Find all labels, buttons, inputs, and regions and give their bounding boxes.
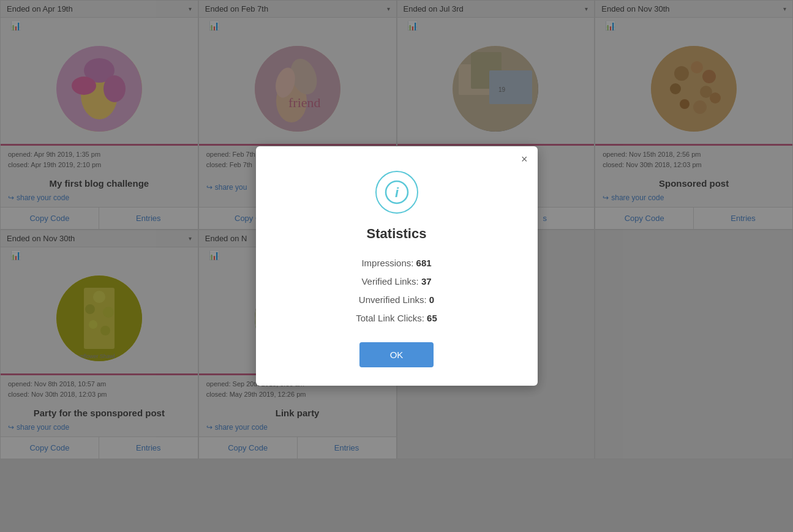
stat-verified-links: Verified Links: 37: [274, 272, 519, 291]
total-link-clicks-value: 65: [427, 313, 437, 323]
svg-text:i: i: [394, 185, 399, 200]
stat-total-link-clicks: Total Link Clicks: 65: [274, 309, 519, 328]
statistics-modal: × i Statistics Impressions: 681 Verified…: [256, 146, 538, 386]
modal-close-button[interactable]: ×: [521, 154, 528, 165]
stat-impressions: Impressions: 681: [274, 254, 519, 272]
impressions-value: 681: [416, 258, 432, 268]
info-icon: i: [375, 171, 418, 214]
unverified-links-value: 0: [429, 294, 434, 305]
unverified-links-label: Unverified Links:: [359, 294, 427, 305]
verified-links-label: Verified Links:: [361, 276, 418, 287]
modal-ok-button[interactable]: OK: [359, 342, 434, 367]
stat-unverified-links: Unverified Links: 0: [274, 291, 519, 309]
total-link-clicks-label: Total Link Clicks:: [356, 313, 424, 323]
modal-overlay: × i Statistics Impressions: 681 Verified…: [0, 0, 793, 532]
modal-title: Statistics: [274, 226, 519, 242]
verified-links-value: 37: [421, 276, 432, 287]
modal-stats: Impressions: 681 Verified Links: 37 Unve…: [274, 254, 519, 328]
impressions-label: Impressions:: [361, 258, 413, 268]
